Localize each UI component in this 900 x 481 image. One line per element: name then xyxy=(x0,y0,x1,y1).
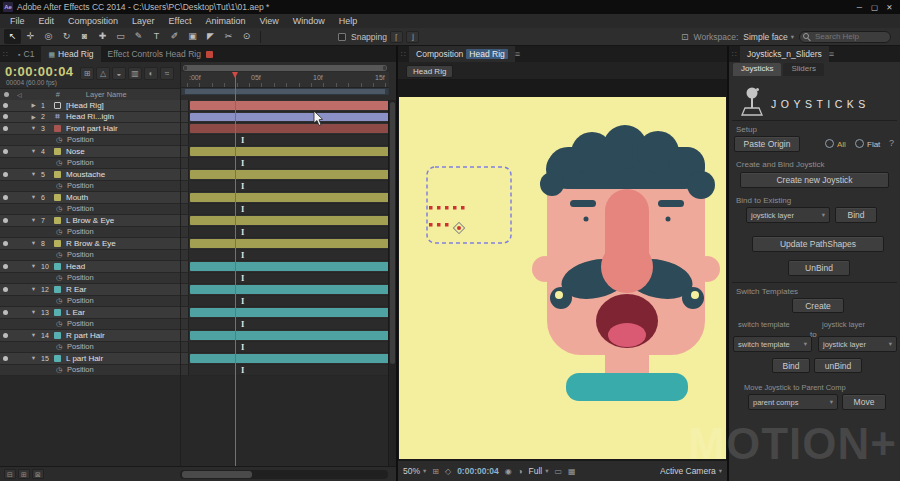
visibility-eye-icon[interactable] xyxy=(0,112,10,123)
layer-track[interactable] xyxy=(188,100,396,111)
property-track[interactable]: I xyxy=(188,227,396,238)
layer-row[interactable]: 6Mouth xyxy=(0,192,396,204)
menu-item-file[interactable]: File xyxy=(3,16,32,26)
layer-name[interactable]: R Brow & Eye xyxy=(63,238,188,249)
puppet-pin-tool[interactable]: ⊙ xyxy=(238,29,255,44)
visibility-eye-icon[interactable] xyxy=(0,100,10,111)
comp-timecode-button[interactable]: 0:00:00:04 xyxy=(457,466,499,476)
layer-duration-bar[interactable] xyxy=(190,124,394,133)
type-tool[interactable]: T xyxy=(148,29,165,44)
snapping-checkbox[interactable] xyxy=(338,33,346,41)
selection-tool[interactable]: ↖ xyxy=(4,29,21,44)
keyframe-navigator[interactable] xyxy=(10,181,19,192)
twirl-arrow-icon[interactable] xyxy=(28,284,39,295)
layer-color-chip[interactable]: ⌗ xyxy=(52,112,63,123)
keyframe-navigator[interactable] xyxy=(10,365,19,376)
region-of-interest-icon[interactable] xyxy=(555,467,563,476)
position-property-row[interactable]: ◷PositionI xyxy=(0,319,396,331)
mask-visibility-icon[interactable] xyxy=(445,467,451,476)
visibility-eye-icon[interactable] xyxy=(0,146,10,157)
twirl-arrow-icon[interactable] xyxy=(28,146,39,157)
keyframe-navigator[interactable] xyxy=(10,342,19,353)
position-property-row[interactable]: ◷PositionI xyxy=(0,204,396,216)
audio-toggle[interactable] xyxy=(10,353,19,364)
layer-duration-bar[interactable] xyxy=(190,113,394,122)
layer-name[interactable]: R part Hair xyxy=(63,330,188,341)
keyframe-navigator[interactable] xyxy=(10,296,19,307)
zoom-tool[interactable]: ◎ xyxy=(40,29,57,44)
current-timecode[interactable]: 0:00:00:04 xyxy=(5,64,74,79)
layer-name[interactable]: Mouth xyxy=(63,192,188,203)
layer-track[interactable] xyxy=(188,112,396,123)
help-button[interactable]: ? xyxy=(889,138,894,148)
graph-editor-icon[interactable]: ≈ xyxy=(160,67,174,80)
keyframe-navigator[interactable] xyxy=(10,158,19,169)
audio-toggle[interactable] xyxy=(10,123,19,134)
audio-toggle[interactable] xyxy=(10,215,19,226)
position-property-row[interactable]: ◷PositionI xyxy=(0,250,396,262)
vertex[interactable] xyxy=(437,206,441,210)
layer-color-chip[interactable] xyxy=(52,238,63,249)
keyframe-marker[interactable]: I xyxy=(241,250,244,260)
time-ruler[interactable]: :00f05f10f15f xyxy=(181,72,389,88)
shape-tool[interactable]: ▭ xyxy=(112,29,129,44)
position-property-row[interactable]: ◷PositionI xyxy=(0,365,396,377)
audio-toggle[interactable] xyxy=(10,307,19,318)
layer-duration-bar[interactable] xyxy=(190,239,394,248)
layer-track[interactable] xyxy=(188,169,396,180)
paste-origin-button[interactable]: Paste Origin xyxy=(734,136,800,152)
property-name[interactable]: Position xyxy=(64,204,188,215)
help-search-input[interactable] xyxy=(799,31,891,43)
layer-color-chip[interactable] xyxy=(52,169,63,180)
keyframe-marker[interactable]: I xyxy=(241,273,244,283)
joystick-layer-dropdown-2[interactable]: joystick layer xyxy=(818,336,897,352)
position-property-row[interactable]: ◷PositionI xyxy=(0,342,396,354)
property-track[interactable]: I xyxy=(188,342,396,353)
visibility-eye-icon[interactable] xyxy=(0,284,10,295)
keyframe-navigator[interactable] xyxy=(10,273,19,284)
lock-toggle[interactable] xyxy=(19,353,28,364)
twirl-arrow-icon[interactable] xyxy=(28,112,39,123)
lock-toggle[interactable] xyxy=(19,284,28,295)
twirl-arrow-icon[interactable] xyxy=(28,238,39,249)
menu-item-window[interactable]: Window xyxy=(286,16,332,26)
twirl-arrow-icon[interactable] xyxy=(28,261,39,272)
layer-duration-bar[interactable] xyxy=(190,308,394,317)
property-track[interactable]: I xyxy=(188,181,396,192)
property-track[interactable]: I xyxy=(188,204,396,215)
composition-canvas[interactable] xyxy=(399,97,726,459)
audio-toggle[interactable] xyxy=(10,146,19,157)
audio-toggle[interactable] xyxy=(10,192,19,203)
visibility-eye-icon[interactable] xyxy=(0,169,10,180)
timeline-vertical-scrollbar[interactable] xyxy=(388,100,396,466)
layer-row[interactable]: 8R Brow & Eye xyxy=(0,238,396,250)
property-track[interactable]: I xyxy=(188,158,396,169)
lock-toggle[interactable] xyxy=(19,100,28,111)
layer-track[interactable] xyxy=(188,353,396,364)
twirl-arrow-icon[interactable] xyxy=(28,353,39,364)
keyframe-marker[interactable]: I xyxy=(241,158,244,168)
joystick-layer-dropdown[interactable]: joystick layer xyxy=(746,207,830,223)
visibility-eye-icon[interactable] xyxy=(0,123,10,134)
property-track[interactable]: I xyxy=(188,273,396,284)
layer-duration-bar[interactable] xyxy=(190,262,394,271)
keyframe-marker[interactable]: I xyxy=(241,204,244,214)
layer-color-chip[interactable] xyxy=(52,123,63,134)
frame-blending-icon[interactable]: ▥ xyxy=(128,67,142,80)
layer-row[interactable]: 2⌗Head Ri...igin xyxy=(0,112,396,124)
roto-brush-tool[interactable]: ✂ xyxy=(220,29,237,44)
layer-name[interactable]: L Ear xyxy=(63,307,188,318)
property-name[interactable]: Position xyxy=(64,250,188,261)
all-radio[interactable] xyxy=(825,139,834,148)
property-track[interactable]: I xyxy=(188,319,396,330)
layer-track[interactable] xyxy=(188,123,396,134)
vscroll-thumb[interactable] xyxy=(390,102,395,364)
vertex[interactable] xyxy=(453,206,457,210)
panel-menu-icon[interactable] xyxy=(829,49,834,59)
lock-toggle[interactable] xyxy=(19,146,28,157)
property-name[interactable]: Position xyxy=(64,158,188,169)
twirl-arrow-icon[interactable] xyxy=(28,123,39,134)
twirl-arrow-icon[interactable] xyxy=(28,330,39,341)
layer-name[interactable]: Front part Hair xyxy=(63,123,188,134)
lock-toggle[interactable] xyxy=(19,169,28,180)
